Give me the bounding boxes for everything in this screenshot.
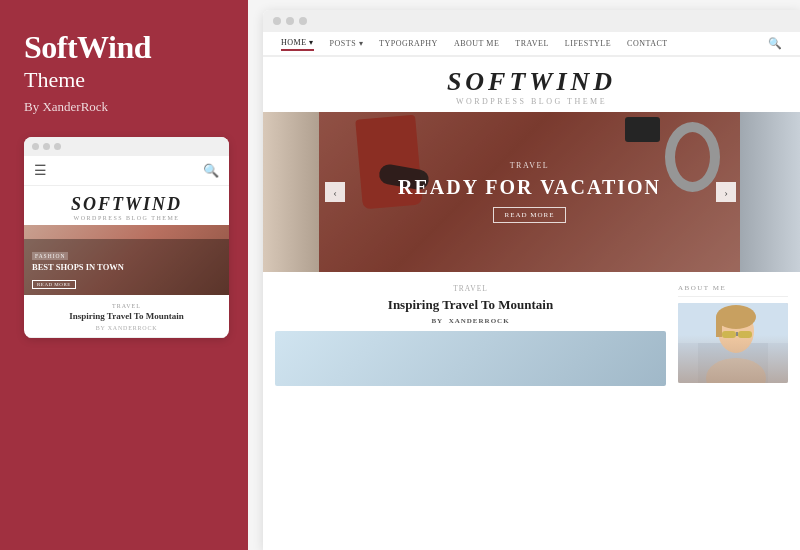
mobile-hero: FASHION BEST SHOPS IN TOWN READ MORE	[24, 225, 229, 295]
about-me-photo	[678, 303, 788, 383]
desktop-dot-3	[299, 17, 307, 25]
nav-item-contact[interactable]: CONTACT	[627, 39, 668, 48]
about-me-card: ABOUT ME	[678, 284, 788, 394]
theme-title: SoftWind Theme By XanderRock	[24, 30, 224, 115]
desktop-logo-area: SOFTWIND WORDPRESS BLOG THEME	[263, 57, 800, 112]
slider-arrow-left[interactable]: ‹	[325, 182, 345, 202]
nav-item-posts[interactable]: POSTS ▾	[330, 39, 364, 48]
mobile-nav: ☰ 🔍	[24, 156, 229, 186]
article-image	[275, 331, 666, 386]
desktop-nav: HOME ▾ POSTS ▾ TYPOGRAPHY ABOUT ME TRAVE…	[263, 32, 800, 57]
nav-item-about[interactable]: ABOUT ME	[454, 39, 499, 48]
article-author: BY XANDERROCK	[275, 317, 666, 325]
desktop-dot-2	[286, 17, 294, 25]
article-card: TRAVEL Inspiring Travel To Mountain BY X…	[275, 284, 666, 394]
hero-left-image	[263, 112, 319, 272]
mobile-dot-3	[54, 143, 61, 150]
right-panel: HOME ▾ POSTS ▾ TYPOGRAPHY ABOUT ME TRAVE…	[248, 0, 800, 550]
slider-arrow-right[interactable]: ›	[716, 182, 736, 202]
hero-right-image	[740, 112, 800, 272]
svg-rect-5	[716, 317, 722, 337]
nav-item-typography[interactable]: TYPOGRAPHY	[379, 39, 438, 48]
desktop-top-bar	[263, 10, 800, 32]
mobile-mockup: ☰ 🔍 SOFTWIND WORDPRESS BLOG THEME FASHIO…	[24, 137, 229, 338]
nav-item-lifestyle[interactable]: LIFESTYLE	[565, 39, 611, 48]
mobile-dot-2	[43, 143, 50, 150]
nav-item-home[interactable]: HOME ▾	[281, 38, 314, 51]
desktop-dot-1	[273, 17, 281, 25]
hamburger-icon: ☰	[34, 162, 47, 179]
search-icon[interactable]: 🔍	[768, 37, 783, 50]
mobile-dot-1	[32, 143, 39, 150]
mobile-logo-area: SOFTWIND WORDPRESS BLOG THEME	[24, 186, 229, 225]
mobile-search-icon: 🔍	[203, 163, 219, 179]
below-hero-section: TRAVEL Inspiring Travel To Mountain BY X…	[263, 272, 800, 394]
mobile-top-bar	[24, 137, 229, 156]
nav-item-travel[interactable]: TRAVEL	[515, 39, 549, 48]
desktop-mockup: HOME ▾ POSTS ▾ TYPOGRAPHY ABOUT ME TRAVE…	[263, 10, 800, 550]
mobile-article: TRAVEL Inspiring Travel To Mountain BY X…	[24, 295, 229, 338]
hero-slider: TRAVEL READY FOR VACATION READ MORE ‹ ›	[263, 112, 800, 272]
hero-center-image: TRAVEL READY FOR VACATION READ MORE	[319, 112, 740, 272]
left-panel: SoftWind Theme By XanderRock ☰ 🔍 SOFTWIN…	[0, 0, 248, 550]
